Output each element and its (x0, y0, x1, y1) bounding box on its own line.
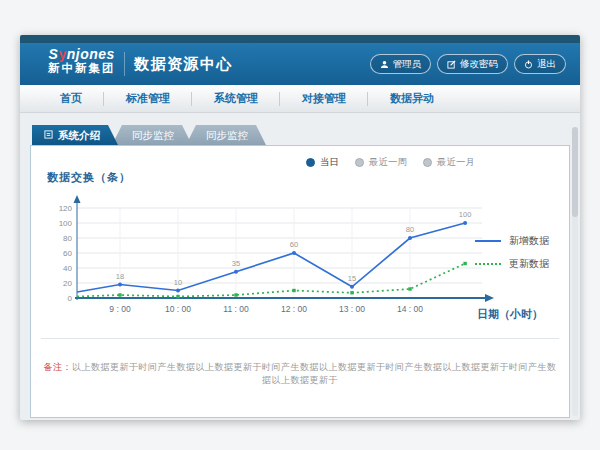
change-password-button[interactable]: 修改密码 (437, 54, 508, 74)
svg-text:100: 100 (459, 210, 472, 219)
svg-text:35: 35 (232, 259, 240, 268)
admin-user-label: 管理员 (393, 58, 422, 71)
logout-label: 退出 (537, 58, 556, 71)
svg-text:10: 10 (174, 278, 182, 287)
radio-icon (423, 158, 432, 167)
svg-text:14 : 00: 14 : 00 (397, 304, 423, 314)
filter-option-today[interactable]: 当日 (306, 156, 339, 169)
x-axis-title: 日期（小时） (477, 307, 543, 322)
svg-text:18: 18 (116, 272, 124, 281)
page-title: 数据资源中心 (134, 55, 233, 74)
filter-option-last-month[interactable]: 最近一月 (423, 156, 475, 169)
footnote-text: 以上数据更新于时间产生数据以上数据更新于时间产生数据以上数据更新于时间产生数据以… (72, 362, 557, 385)
filter-label: 最近一周 (369, 156, 407, 169)
content-panel: 当日最近一周最近一月 数据交换（条） 0204060801001209 : 00… (30, 145, 570, 418)
tab-label: 系统介绍 (58, 125, 100, 145)
svg-text:15: 15 (348, 274, 356, 283)
tab-sync-monitor-2[interactable]: 同步监控 (186, 125, 266, 145)
tab-label: 同步监控 (206, 125, 248, 145)
svg-text:11 : 00: 11 : 00 (223, 304, 249, 314)
tab-label: 同步监控 (132, 125, 174, 145)
svg-text:12 : 00: 12 : 00 (281, 304, 307, 314)
document-icon (44, 125, 53, 145)
legend-line-sample (475, 240, 501, 242)
radio-icon (306, 158, 315, 167)
app-header: Synjones 新中新集团 数据资源中心 管理员修改密码退出 (20, 43, 580, 85)
svg-text:120: 120 (59, 204, 73, 213)
filter-label: 最近一月 (437, 156, 475, 169)
scrollbar-track[interactable] (572, 127, 578, 416)
chart-legend: 新增数据更新数据 (475, 234, 549, 271)
legend-item-updated-data: 更新数据 (475, 257, 549, 271)
line-chart: 0204060801001209 : 0010 : 0011 : 0012 : … (39, 188, 509, 318)
legend-item-new-data: 新增数据 (475, 234, 549, 248)
svg-text:40: 40 (63, 264, 72, 273)
app-window: Synjones 新中新集团 数据资源中心 管理员修改密码退出 首页标准管理系统… (20, 35, 580, 420)
legend-label: 新增数据 (509, 234, 549, 248)
tab-bar: 系统介绍同步监控同步监控 (32, 125, 266, 145)
admin-user-button[interactable]: 管理员 (370, 54, 432, 74)
brand-logo: Synjones 新中新集团 (48, 47, 116, 75)
svg-text:0: 0 (68, 294, 73, 303)
footnote-prefix: 备注： (44, 362, 73, 372)
time-range-filter: 当日最近一周最近一月 (306, 156, 475, 169)
legend-line-sample (475, 263, 501, 265)
brand-company-name: 新中新集团 (48, 62, 116, 75)
user-icon (380, 60, 389, 69)
main-nav: 首页标准管理系统管理对接管理数据异动 (20, 85, 580, 113)
logo-accent-mark: y (58, 46, 66, 62)
svg-text:80: 80 (406, 225, 414, 234)
svg-text:9 : 00: 9 : 00 (109, 304, 131, 314)
brand-logo-wordmark: Synjones (48, 47, 116, 62)
svg-text:10 : 00: 10 : 00 (165, 304, 191, 314)
page-background: Synjones 新中新集团 数据资源中心 管理员修改密码退出 首页标准管理系统… (0, 0, 600, 450)
scrollbar-thumb[interactable] (572, 127, 578, 217)
nav-item-home[interactable]: 首页 (38, 85, 104, 112)
svg-text:20: 20 (63, 279, 72, 288)
logout-button[interactable]: 退出 (514, 54, 566, 74)
power-icon (524, 60, 533, 69)
header-buttons: 管理员修改密码退出 (370, 54, 567, 74)
tab-system-intro[interactable]: 系统介绍 (32, 125, 118, 145)
y-axis-title: 数据交换（条） (47, 170, 131, 185)
legend-label: 更新数据 (509, 257, 549, 271)
filter-label: 当日 (320, 156, 339, 169)
tab-sync-monitor-1[interactable]: 同步监控 (112, 125, 192, 145)
header-divider (124, 52, 125, 76)
radio-icon (355, 158, 364, 167)
svg-text:80: 80 (63, 234, 72, 243)
svg-text:60: 60 (63, 249, 72, 258)
nav-item-data-change[interactable]: 数据异动 (368, 85, 456, 112)
nav-item-standard-mgmt[interactable]: 标准管理 (104, 85, 192, 112)
svg-text:60: 60 (290, 240, 298, 249)
filter-option-last-week[interactable]: 最近一周 (355, 156, 407, 169)
top-dark-strip (20, 35, 580, 43)
change-password-label: 修改密码 (460, 58, 498, 71)
svg-text:13 : 00: 13 : 00 (339, 304, 365, 314)
edit-icon (447, 60, 456, 69)
footnote: 备注：以上数据更新于时间产生数据以上数据更新于时间产生数据以上数据更新于时间产生… (41, 338, 559, 417)
svg-text:100: 100 (59, 219, 73, 228)
nav-item-interface-mgmt[interactable]: 对接管理 (280, 85, 368, 112)
nav-item-system-mgmt[interactable]: 系统管理 (192, 85, 280, 112)
